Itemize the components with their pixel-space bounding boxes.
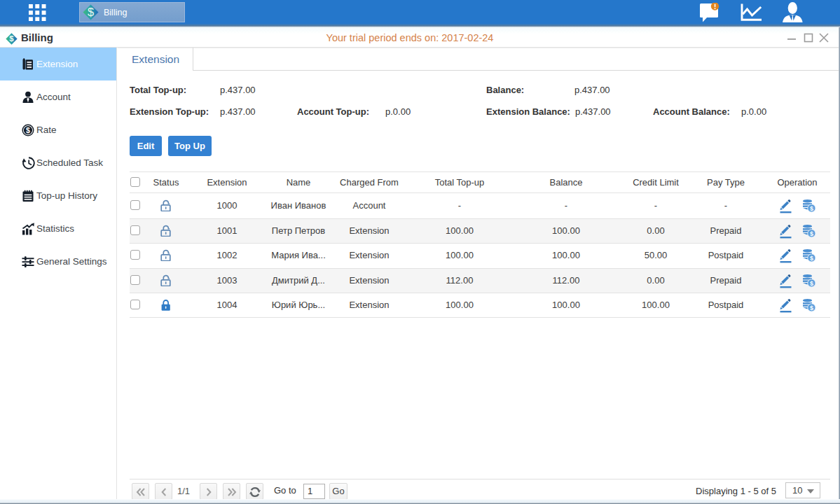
svg-text:$: $	[26, 125, 30, 134]
svg-text:$: $	[88, 6, 94, 18]
